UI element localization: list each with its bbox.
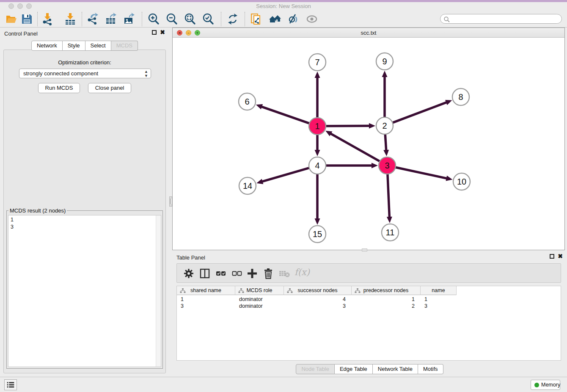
zoom-selected-icon[interactable]: [202, 13, 215, 25]
close-panel-icon[interactable]: ✖: [160, 30, 165, 35]
table-cell[interactable]: 1: [421, 296, 457, 303]
hide-details-icon[interactable]: [287, 13, 300, 25]
close-table-panel-icon[interactable]: ✖: [558, 254, 563, 259]
graph-arrowhead-1-7: [315, 72, 320, 78]
select-all-icon[interactable]: [215, 268, 227, 279]
control-panel-tabs: NetworkStyleSelectMCDS: [0, 41, 169, 51]
graph-node-14[interactable]: 14: [239, 177, 256, 194]
import-network-icon[interactable]: [41, 13, 54, 25]
zoom-in-icon[interactable]: [147, 13, 160, 25]
result-scrollbar[interactable]: [156, 215, 161, 367]
function-builder-icon[interactable]: f(x): [295, 267, 310, 277]
search-input[interactable]: [451, 15, 559, 23]
homes-icon[interactable]: [268, 13, 281, 25]
dropdown-value: strongly connected component: [23, 70, 98, 77]
graph-edge-1-2[interactable]: [326, 126, 370, 126]
gear-icon[interactable]: [183, 268, 195, 279]
tab-network-table[interactable]: Network Table: [373, 364, 418, 374]
graph-edge-2-8[interactable]: [393, 102, 447, 123]
main-toolbar: [0, 10, 567, 28]
graph-node-4[interactable]: 4: [309, 157, 326, 174]
search-icon: [443, 16, 450, 23]
toolbar-separator: [37, 12, 38, 26]
column-header-name[interactable]: name: [421, 286, 457, 295]
graph-node-2[interactable]: 2: [376, 117, 393, 134]
search-box: [440, 14, 562, 24]
table-cell[interactable]: 1: [352, 296, 421, 303]
optimization-criterion-select[interactable]: strongly connected component ▲▼: [19, 69, 151, 78]
control-panel-title: Control Panel: [4, 30, 38, 37]
column-header-MCDS-role[interactable]: MCDS role: [235, 286, 284, 295]
graph-arrowhead-3-10: [446, 176, 452, 181]
graph-node-11[interactable]: 11: [382, 224, 399, 241]
memory-button[interactable]: Memory: [531, 380, 560, 390]
graph-node-7[interactable]: 7: [309, 54, 326, 71]
graph-node-1[interactable]: 1: [309, 118, 326, 135]
svg-text:8: 8: [458, 92, 463, 102]
import-table-icon[interactable]: [64, 13, 77, 25]
window-title: Session: New Session: [0, 3, 567, 9]
refresh-icon[interactable]: [226, 13, 239, 25]
mcds-result-textarea[interactable]: 1 3: [8, 215, 161, 367]
unselect-all-icon[interactable]: [231, 268, 243, 279]
network-file-icon[interactable]: [250, 13, 263, 25]
graph-edge-2-3[interactable]: [385, 134, 386, 151]
delete-column-icon[interactable]: [262, 268, 274, 279]
graph-edge-3-10[interactable]: [396, 167, 447, 178]
graph-node-6[interactable]: 6: [239, 93, 256, 110]
graph-node-8[interactable]: 8: [452, 88, 469, 105]
table-cell[interactable]: 4: [284, 296, 352, 303]
table-splitter-handle[interactable]: [362, 248, 367, 251]
task-history-button[interactable]: [4, 379, 17, 390]
column-header-successor-nodes[interactable]: successor nodes: [284, 286, 352, 295]
panel-splitter-handle[interactable]: [169, 196, 172, 207]
graph-node-15[interactable]: 15: [309, 226, 326, 243]
graph-edge-4-14[interactable]: [262, 168, 309, 182]
memory-status-dot: [534, 383, 539, 387]
graph-edge-3-11[interactable]: [388, 174, 390, 218]
mcds-result-legend: MCDS result (2 nodes): [8, 207, 67, 214]
float-table-panel-icon[interactable]: [550, 254, 554, 259]
svg-text:7: 7: [315, 58, 319, 67]
graph-node-3[interactable]: 3: [379, 157, 396, 174]
column-header-shared-name[interactable]: shared name: [177, 286, 235, 295]
network-window-titlebar[interactable]: ✕ − + scc.txt: [173, 28, 564, 38]
open-session-icon[interactable]: [5, 13, 18, 25]
tab-style[interactable]: Style: [63, 41, 85, 51]
tab-mcds[interactable]: MCDS: [111, 41, 138, 51]
save-session-icon[interactable]: [20, 13, 33, 25]
toolbar-separator: [245, 12, 245, 26]
tab-network[interactable]: Network: [31, 41, 63, 51]
tab-select[interactable]: Select: [85, 41, 111, 51]
table-cell[interactable]: 3: [421, 303, 457, 309]
table-cell[interactable]: 2: [352, 303, 421, 309]
float-panel-icon[interactable]: [152, 30, 157, 35]
table-cell[interactable]: dominator: [235, 303, 284, 309]
close-panel-button[interactable]: Close panel: [88, 83, 132, 93]
tab-edge-table[interactable]: Edge Table: [335, 364, 373, 374]
network-graph[interactable]: 7968124314101511: [173, 38, 564, 250]
zoom-fit-icon[interactable]: [184, 13, 196, 25]
graph-edge-3-1[interactable]: [330, 133, 380, 161]
zoom-out-icon[interactable]: [165, 13, 178, 25]
run-mcds-button[interactable]: Run MCDS: [38, 83, 80, 93]
export-network-icon[interactable]: [86, 13, 99, 25]
column-header-predecessor-nodes[interactable]: predecessor nodes: [352, 286, 421, 295]
tab-node-table[interactable]: Node Table: [296, 364, 335, 374]
graph-arrowhead-2-9: [382, 71, 388, 77]
export-image-icon[interactable]: [123, 13, 136, 25]
table-cell[interactable]: 3: [177, 303, 235, 309]
table-cell[interactable]: 1: [177, 296, 235, 303]
add-column-icon[interactable]: [246, 268, 258, 279]
show-eye-icon[interactable]: [306, 13, 318, 25]
table-cell[interactable]: 3: [284, 303, 352, 309]
export-table-icon[interactable]: [105, 13, 118, 25]
delete-table-icon[interactable]: [278, 268, 290, 279]
graph-node-10[interactable]: 10: [453, 173, 470, 190]
columns-icon[interactable]: [199, 268, 211, 279]
graph-node-9[interactable]: 9: [376, 53, 393, 70]
graph-arrowhead-3-11: [387, 217, 392, 223]
tab-motifs[interactable]: Motifs: [418, 364, 443, 374]
table-cell[interactable]: dominator: [235, 296, 284, 303]
graph-edge-1-6[interactable]: [261, 107, 309, 124]
